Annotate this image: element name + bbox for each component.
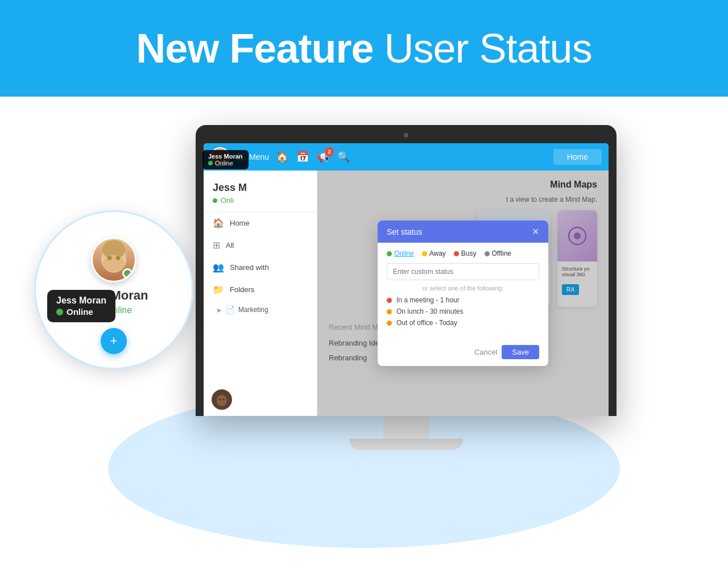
offline-label: Offline bbox=[492, 250, 511, 257]
svg-point-12 bbox=[223, 399, 225, 401]
zoom-avatar bbox=[91, 237, 136, 282]
modal-title: Set status bbox=[387, 227, 422, 236]
tooltip-status-label: Online bbox=[67, 307, 93, 317]
set-status-modal: Set status ✕ Online bbox=[378, 221, 548, 366]
monitor-container: Jess Moran Online Menu 🏠 bbox=[196, 125, 617, 450]
status-option-online[interactable]: Online bbox=[387, 250, 414, 257]
home-icon-btn[interactable]: 🏠 bbox=[276, 151, 288, 163]
sidebar: Jess M Onli 🏠 Home ⊞ All bbox=[204, 171, 317, 416]
modal-footer: Cancel Save bbox=[378, 340, 548, 366]
sidebar-item-shared[interactable]: 👥 Shared with bbox=[204, 256, 317, 278]
shared-sidebar-icon: 👥 bbox=[213, 262, 224, 273]
svg-point-11 bbox=[220, 399, 221, 401]
nav-tooltip-status-label: Online bbox=[215, 160, 233, 167]
preset-meeting-label: In a meeting - 1 hour bbox=[396, 296, 460, 304]
preset-office-label: Out of office - Today bbox=[396, 319, 457, 327]
modal-overlay: Set status ✕ Online bbox=[317, 171, 609, 416]
zoom-online-indicator bbox=[122, 268, 133, 278]
sidebar-folder-marketing[interactable]: ▶ 📄 Marketing bbox=[204, 301, 317, 319]
nav-tooltip: Jess Moran Online bbox=[204, 150, 249, 169]
sidebar-all-label: All bbox=[226, 241, 234, 250]
custom-status-input[interactable] bbox=[387, 263, 539, 280]
sidebar-item-home[interactable]: 🏠 Home bbox=[204, 212, 317, 234]
home-sidebar-icon: 🏠 bbox=[213, 218, 224, 228]
folder-arrow-icon: ▶ bbox=[217, 307, 222, 313]
sidebar-item-folders[interactable]: 📁 Folders bbox=[204, 278, 317, 301]
user-info-bar: Jess M Onli bbox=[204, 175, 317, 212]
header-banner: New Feature User Status bbox=[0, 0, 728, 97]
preset-orange-dot-lunch bbox=[387, 309, 392, 314]
status-option-offline[interactable]: Offline bbox=[485, 250, 511, 257]
busy-label: Busy bbox=[461, 250, 477, 257]
monitor-stand-base bbox=[349, 439, 463, 450]
sidebar-shared-label: Shared with bbox=[230, 263, 269, 272]
tooltip-status-dot bbox=[56, 309, 63, 315]
preset-option-office[interactable]: Out of office - Today bbox=[387, 319, 539, 327]
nav-tooltip-name: Jess Moran bbox=[208, 153, 243, 160]
sidebar-item-all[interactable]: ⊞ All bbox=[204, 234, 317, 256]
main-area: Mind Maps t a view to create a Mind Map. bbox=[317, 171, 609, 416]
sidebar-avatar-svg bbox=[212, 389, 232, 410]
svg-point-4 bbox=[116, 256, 120, 260]
folders-sidebar-icon: 📁 bbox=[213, 284, 224, 295]
cancel-button[interactable]: Cancel bbox=[474, 345, 497, 359]
header-title: New Feature User Status bbox=[136, 25, 592, 72]
notification-badge: 2 bbox=[325, 147, 334, 156]
svg-point-3 bbox=[107, 256, 111, 260]
search-icon-btn[interactable]: 🔍 bbox=[337, 151, 350, 163]
main-content: Jess Moran Online Jess Moran Online + bbox=[0, 97, 728, 582]
modal-close-button[interactable]: ✕ bbox=[532, 226, 539, 237]
app-body: Jess M Onli 🏠 Home ⊞ All bbox=[204, 171, 609, 416]
notification-icon-btn[interactable]: 📢 2 bbox=[317, 151, 329, 163]
away-label: Away bbox=[429, 250, 446, 257]
status-option-busy[interactable]: Busy bbox=[454, 250, 477, 257]
preset-orange-dot-office bbox=[387, 321, 392, 326]
nav-tooltip-status: Online bbox=[208, 160, 243, 167]
tooltip-bubble: Jess Moran Online bbox=[47, 290, 115, 322]
monitor-body: Jess Moran Online Menu 🏠 bbox=[196, 125, 617, 416]
tooltip-status: Online bbox=[56, 307, 106, 317]
nav-icons: 🏠 📅 📢 2 🔍 bbox=[276, 151, 547, 163]
monitor-camera bbox=[404, 133, 408, 138]
online-label: Online bbox=[394, 250, 414, 257]
monitor-stand-neck bbox=[383, 416, 429, 439]
tooltip-name: Jess Moran bbox=[56, 296, 106, 306]
preset-option-lunch[interactable]: On lunch - 30 minutes bbox=[387, 307, 539, 315]
sidebar-bottom-avatar bbox=[204, 384, 317, 416]
sidebar-user-status: Onli bbox=[213, 196, 308, 205]
sidebar-folders-label: Folders bbox=[230, 285, 254, 294]
save-button[interactable]: Save bbox=[502, 345, 539, 359]
svg-point-10 bbox=[217, 395, 227, 406]
status-options: Online Away Busy bbox=[387, 250, 539, 257]
monitor-screen: Jess Moran Online Menu 🏠 bbox=[204, 143, 609, 416]
all-sidebar-icon: ⊞ bbox=[213, 240, 220, 251]
sidebar-user-name: Jess M bbox=[213, 182, 308, 194]
or-select-label: or select one of the following: bbox=[387, 285, 539, 292]
modal-body: Online Away Busy bbox=[378, 243, 548, 340]
home-nav-button[interactable]: Home bbox=[553, 149, 602, 165]
modal-header: Set status ✕ bbox=[378, 221, 548, 243]
header-title-bold: New Feature bbox=[136, 26, 373, 71]
offline-dot-indicator bbox=[485, 251, 490, 256]
zoom-circle: Jess Moran Online Jess Moran Online + bbox=[34, 210, 193, 369]
preset-options: In a meeting - 1 hour On lunch - 30 minu… bbox=[387, 296, 539, 327]
sidebar-online-dot bbox=[213, 198, 217, 203]
sidebar-status-label: Onli bbox=[221, 196, 234, 205]
sidebar-avatar-img bbox=[212, 389, 232, 410]
calendar-icon-btn[interactable]: 📅 bbox=[296, 151, 309, 163]
online-dot-indicator bbox=[387, 251, 392, 256]
preset-lunch-label: On lunch - 30 minutes bbox=[396, 307, 463, 315]
preset-red-dot bbox=[387, 298, 392, 303]
busy-dot-indicator bbox=[454, 251, 459, 256]
preset-option-meeting[interactable]: In a meeting - 1 hour bbox=[387, 296, 539, 304]
sidebar-home-label: Home bbox=[230, 219, 250, 227]
away-dot-indicator bbox=[422, 251, 427, 256]
header-title-light: User Status bbox=[384, 26, 592, 71]
status-option-away[interactable]: Away bbox=[422, 250, 446, 257]
folder-marketing-label: Marketing bbox=[238, 306, 268, 314]
app-navbar: Jess Moran Online Menu 🏠 bbox=[204, 143, 609, 171]
nav-online-dot bbox=[208, 161, 213, 165]
chat-button[interactable]: + bbox=[101, 328, 127, 354]
svg-point-2 bbox=[104, 255, 125, 272]
folder-icon: 📄 bbox=[225, 305, 235, 314]
